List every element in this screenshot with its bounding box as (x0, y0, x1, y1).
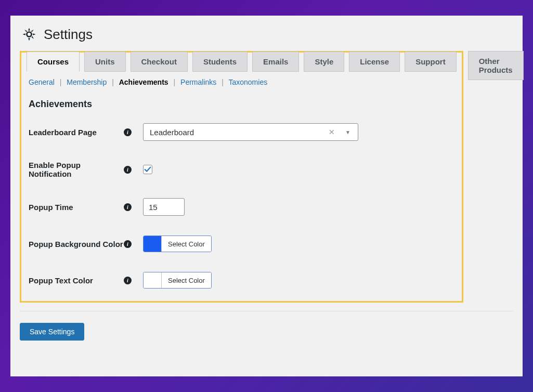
clear-icon[interactable]: ✕ (329, 128, 335, 136)
chevron-down-icon[interactable]: ▼ (345, 129, 350, 135)
select-value: Leaderboard (150, 128, 194, 137)
popup-text-label: Popup Text Color i (29, 276, 137, 285)
info-icon[interactable]: i (124, 166, 132, 174)
enable-popup-label: Enable Popup Notification i (29, 161, 137, 178)
popup-time-label: Popup Time i (29, 203, 137, 212)
save-settings-button[interactable]: Save Settings (20, 323, 84, 341)
subtab-taxonomies[interactable]: Taxonomies (228, 78, 267, 86)
sub-tabs: General | Membership | Achievements | Pe… (27, 78, 457, 86)
tab-style[interactable]: Style (304, 51, 344, 72)
tab-units[interactable]: Units (84, 51, 126, 72)
tab-checkout[interactable]: Checkout (131, 51, 188, 72)
svg-point-0 (27, 32, 32, 37)
color-swatch[interactable] (144, 236, 161, 252)
popup-bg-label: Popup Background Color i (29, 240, 137, 249)
leaderboard-select[interactable]: Leaderboard ✕ ▼ (143, 123, 358, 141)
info-icon[interactable]: i (124, 277, 132, 284)
subtab-membership[interactable]: Membership (67, 78, 107, 86)
field-row-leaderboard: Leaderboard Page i Leaderboard ✕ ▼ (27, 123, 457, 141)
info-icon[interactable]: i (124, 240, 132, 248)
tab-courses[interactable]: Courses (27, 51, 80, 72)
tab-students[interactable]: Students (192, 51, 248, 72)
subtab-achievements[interactable]: Achievements (119, 78, 168, 86)
select-color-button[interactable]: Select Color (161, 236, 211, 252)
leaderboard-label: Leaderboard Page i (29, 128, 137, 137)
popup-text-color-picker[interactable]: Select Color (143, 272, 212, 289)
separator: | (112, 78, 114, 86)
tabs-container: Courses Units Checkout Students Emails S… (20, 51, 513, 303)
separator: | (222, 78, 224, 86)
field-row-popup-bg: Popup Background Color i Select Color (27, 236, 457, 252)
select-color-button[interactable]: Select Color (161, 272, 211, 288)
popup-bg-color-picker[interactable]: Select Color (143, 236, 212, 252)
info-icon[interactable]: i (124, 203, 132, 211)
subtab-general[interactable]: General (29, 78, 55, 86)
separator: | (174, 78, 176, 86)
settings-header: Settings (20, 25, 513, 44)
field-row-enable-popup: Enable Popup Notification i (27, 161, 457, 178)
tab-support[interactable]: Support (405, 51, 457, 72)
main-tabs: Courses Units Checkout Students Emails S… (27, 51, 457, 72)
section-heading: Achievements (27, 99, 457, 110)
color-swatch[interactable] (144, 272, 161, 288)
separator: | (60, 78, 62, 86)
popup-time-input[interactable] (143, 198, 185, 216)
divider (20, 311, 513, 311)
tab-other-products[interactable]: Other Products (468, 51, 524, 80)
tab-license[interactable]: License (349, 51, 400, 72)
field-row-popup-text: Popup Text Color i Select Color (27, 272, 457, 289)
tab-emails[interactable]: Emails (252, 51, 299, 72)
page-title: Settings (44, 27, 93, 43)
enable-popup-checkbox[interactable] (143, 165, 152, 174)
settings-panel: Settings Courses Units Checkout Students… (10, 16, 523, 376)
field-row-popup-time: Popup Time i (27, 198, 457, 216)
subtab-permalinks[interactable]: Permalinks (180, 78, 216, 86)
gear-icon (20, 25, 38, 44)
highlighted-section: Courses Units Checkout Students Emails S… (20, 51, 463, 303)
info-icon[interactable]: i (124, 128, 132, 136)
